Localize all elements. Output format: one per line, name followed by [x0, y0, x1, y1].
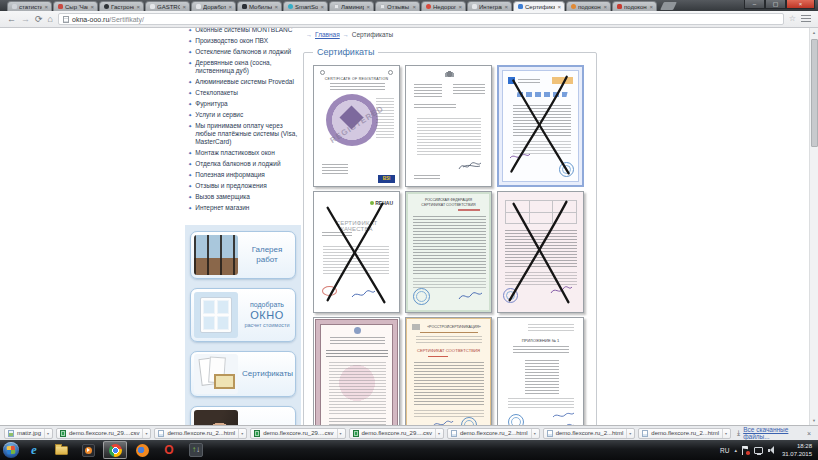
menu-item-steklopakety[interactable]: ✦Стеклопакеты	[188, 89, 299, 97]
window-maximize-button[interactable]: ▢	[765, 0, 786, 9]
scrollbar-up-icon[interactable]: ▲	[810, 28, 818, 37]
tab-close-icon[interactable]: ×	[228, 4, 232, 10]
window-close-button[interactable]: ×	[786, 0, 815, 9]
home-icon[interactable]: ⌂	[48, 15, 53, 24]
tab-close-icon[interactable]: ×	[90, 4, 94, 10]
certificate-bsi[interactable]: CERTIFICATE OF REGISTRATION REGISTERED B…	[313, 65, 400, 187]
start-button[interactable]	[3, 442, 19, 458]
tab-smartsoluti[interactable]: SmartSoluti×	[283, 1, 328, 11]
downloads-bar-close-icon[interactable]: ×	[807, 430, 811, 437]
tab-close-icon[interactable]: ×	[458, 4, 462, 10]
menu-item-furnitura[interactable]: ✦Фурнитура	[188, 100, 299, 108]
taskbar-transfers-icon[interactable]: ↑↓	[184, 441, 208, 459]
gallery-widget[interactable]: Галерея работ	[190, 231, 296, 279]
certificate-official-letter[interactable]	[405, 65, 492, 187]
taskbar-firefox-icon[interactable]	[130, 441, 154, 459]
action-center-flag-icon[interactable]	[742, 446, 749, 455]
address-bar[interactable]: okna-ooo.ru/Sertifikaty/	[58, 13, 784, 25]
taskbar-file-explorer-icon[interactable]	[49, 441, 73, 459]
taskbar-chrome-icon-active[interactable]	[103, 441, 127, 459]
menu-item-montblanc[interactable]: ✦Оконные системы MONTBLANC	[188, 28, 299, 34]
back-icon[interactable]: ←	[7, 15, 16, 24]
tab-sertifikat-active[interactable]: Сертификат×	[513, 1, 565, 11]
menu-item-proizvodstvo[interactable]: ✦Производство окон ПВХ	[188, 37, 299, 45]
browser-menu-icon[interactable]	[801, 15, 811, 23]
taskbar-opera-icon[interactable]: O	[157, 441, 181, 459]
download-caret-icon[interactable]: ▾	[722, 429, 729, 438]
tab-close-icon[interactable]: ×	[274, 4, 278, 10]
taskbar-clock[interactable]: 18:28 31.07.2015	[782, 442, 812, 458]
download-caret-icon[interactable]: ▾	[142, 429, 149, 438]
taskbar-media-player-icon[interactable]	[76, 441, 100, 459]
download-item-html-4[interactable]: demo.flexcore.ru_2...html▾	[638, 428, 731, 439]
download-caret-icon[interactable]: ▾	[626, 429, 633, 438]
download-item-html-3[interactable]: demo.flexcore.ru_2...html▾	[543, 428, 636, 439]
certificate-blue-frame-crossed[interactable]	[497, 65, 584, 187]
certificate-ornate-license[interactable]	[313, 317, 400, 426]
tab-close-icon[interactable]: ×	[366, 4, 370, 10]
bookmark-star-icon[interactable]: ☆	[789, 15, 796, 23]
menu-item-oplata[interactable]: ✦Мы принимаем оплату через любые платёжн…	[188, 122, 299, 146]
download-caret-icon[interactable]: ▾	[435, 429, 442, 438]
network-icon[interactable]	[754, 447, 763, 454]
tab-close-icon[interactable]: ×	[557, 4, 561, 10]
certificate-rosstroy[interactable]: «РОССТРОЙСЕРТИФИКАЦИЯ» СЕРТИФИКАТ СООТВЕ…	[405, 317, 492, 426]
download-caret-icon[interactable]: ▾	[337, 429, 344, 438]
tab-nedorogie[interactable]: Недорогие×	[421, 1, 466, 11]
tab-close-icon[interactable]: ×	[412, 4, 416, 10]
download-item-matiz-jpg[interactable]: matiz.jpg▾	[4, 428, 53, 439]
tab-close-icon[interactable]: ×	[136, 4, 140, 10]
menu-item-montazh[interactable]: ✦Монтаж пластиковых окон	[188, 149, 299, 157]
menu-item-uslugi[interactable]: ✦Услуги и сервис	[188, 111, 299, 119]
certificates-widget[interactable]: Сертификаты	[190, 351, 296, 397]
tab-mobilnyj[interactable]: Мобильный×	[237, 1, 282, 11]
tab-otzyvy[interactable]: Отзывы×	[375, 1, 420, 11]
certificate-attachment[interactable]: ПРИЛОЖЕНИЕ № 1	[497, 317, 584, 426]
new-tab-button[interactable]	[660, 2, 677, 10]
tab-close-icon[interactable]: ×	[649, 4, 653, 10]
tab-close-icon[interactable]: ×	[504, 4, 508, 10]
tab-laminirov[interactable]: Ламиниров×	[329, 1, 374, 11]
breadcrumb-home-link[interactable]: Главная	[315, 32, 340, 39]
menu-item-poleznaya[interactable]: ✦Полезная информация	[188, 171, 299, 179]
download-caret-icon[interactable]: ▾	[238, 429, 245, 438]
online-consultant-widget[interactable]: ONLINE	[190, 406, 296, 425]
menu-item-otdelka[interactable]: ✦Отделка балконов и лоджий	[188, 160, 299, 168]
hidden-icons-arrow[interactable]: ▴	[734, 447, 737, 453]
scrollbar-thumb[interactable]	[811, 39, 818, 147]
window-calculator-widget[interactable]: подобрать ОКНО расчет стоимости	[190, 288, 296, 342]
tab-gastrono[interactable]: GASTRONO×	[145, 1, 190, 11]
menu-item-osteklenie[interactable]: ✦Остекление балконов и лоджий	[188, 48, 299, 56]
tab-close-icon[interactable]: ×	[320, 4, 324, 10]
page-scrollbar[interactable]: ▲ ▼	[809, 28, 818, 425]
forward-icon[interactable]: →	[21, 15, 30, 24]
certificate-pink-crossed[interactable]	[497, 191, 584, 313]
download-caret-icon[interactable]: ▾	[531, 429, 538, 438]
download-item-html-2[interactable]: demo.flexcore.ru_2...html▾	[447, 428, 540, 439]
download-item-csv-3[interactable]: demo.flexcore.ru_29....csv▾	[349, 428, 444, 439]
menu-item-otzyvy[interactable]: ✦Отзывы и предложения	[188, 182, 299, 190]
language-indicator[interactable]: RU	[720, 447, 729, 454]
certificate-rehau-crossed[interactable]: REHAU СЕРТИФИКАТ КАЧЕСТВА	[313, 191, 400, 313]
show-all-downloads-link[interactable]: ⤓ Все скачанные файлы...	[737, 426, 801, 440]
volume-icon[interactable]	[768, 446, 777, 454]
tab-podokonnik-2[interactable]: подоконни×	[612, 1, 657, 11]
download-item-csv-2[interactable]: demo.flexcore.ru_29....csv▾	[250, 428, 345, 439]
menu-item-internet-magazin[interactable]: ✦Интернет магазин	[188, 204, 299, 212]
menu-item-vyzov[interactable]: ✦Вызов замерщика	[188, 193, 299, 201]
reload-icon[interactable]: ⟳	[35, 15, 43, 24]
download-item-csv-1[interactable]: demo.flexcore.ru_29....csv▾	[56, 428, 151, 439]
tab-integraciya[interactable]: Интеграция×	[467, 1, 512, 11]
taskbar-internet-explorer-icon[interactable]: e	[22, 441, 46, 459]
tab-close-icon[interactable]: ×	[603, 4, 607, 10]
tab-statistika[interactable]: статистика×	[7, 1, 52, 11]
window-minimize-button[interactable]: –	[744, 0, 765, 9]
tab-close-icon[interactable]: ×	[44, 4, 48, 10]
tab-gastronomi[interactable]: Гастрономи×	[99, 1, 144, 11]
download-caret-icon[interactable]: ▾	[44, 429, 51, 438]
menu-item-alyuminievye[interactable]: ✦Алюминиевые системы Provedal	[188, 78, 299, 86]
menu-item-derevyannye[interactable]: ✦Деревянные окна (сосна, лиственница дуб…	[188, 59, 299, 75]
tab-close-icon[interactable]: ×	[182, 4, 186, 10]
certificate-gost-green[interactable]: РОССИЙСКАЯ ФЕДЕРАЦИЯ СЕРТИФИКАТ СООТВЕТС…	[405, 191, 492, 313]
scrollbar-down-icon[interactable]: ▼	[810, 416, 818, 425]
